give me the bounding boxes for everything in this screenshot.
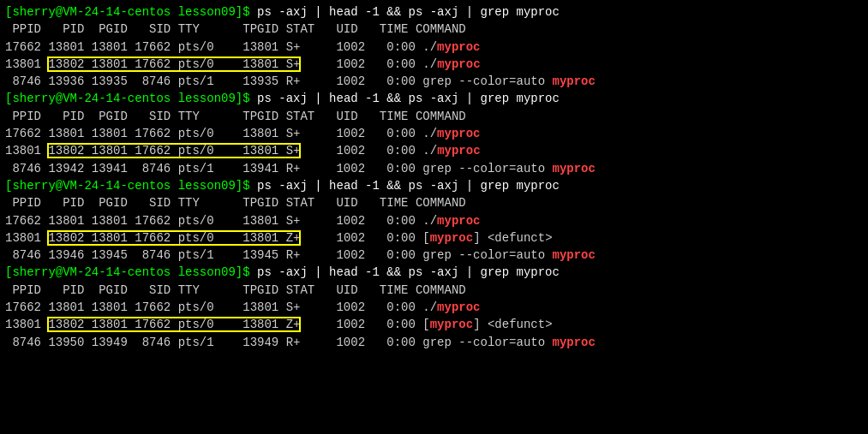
data-row-1c: 8746 13936 13935 8746 pts/1 13935 R+ 100… xyxy=(5,73,863,90)
prompt-text-1: [sherry@VM-24-14-centos lesson09]$ xyxy=(5,5,257,19)
header-row-3: PPID PID PGID SID TTY TPGID STAT UID TIM… xyxy=(5,194,863,211)
data-row-3a: 17662 13801 13801 17662 pts/0 13801 S+ 1… xyxy=(5,212,863,229)
highlight-box-2b: 13802 13801 17662 pts/0 13801 S+ xyxy=(48,144,300,158)
highlight-box-3b: 13802 13801 17662 pts/0 13801 Z+ xyxy=(48,231,300,245)
prompt-line-3: [sherry@VM-24-14-centos lesson09]$ ps -a… xyxy=(5,177,863,194)
data-row-2b: 13801 13802 13801 17662 pts/0 13801 S+ 1… xyxy=(5,142,863,159)
myproc-label-4b: myproc xyxy=(430,318,473,331)
myproc-label-3b: myproc xyxy=(430,231,473,245)
data-row-4c: 8746 13950 13949 8746 pts/1 13949 R+ 100… xyxy=(5,334,863,351)
header-row-2: PPID PID PGID SID TTY TPGID STAT UID TIM… xyxy=(5,108,863,125)
myproc-label-2c: myproc xyxy=(553,162,596,175)
data-row-1a: 17662 13801 13801 17662 pts/0 13801 S+ 1… xyxy=(5,39,863,56)
data-row-4a: 17662 13801 13801 17662 pts/0 13801 S+ 1… xyxy=(5,299,863,316)
data-row-3b: 13801 13802 13801 17662 pts/0 13801 Z+ 1… xyxy=(5,229,863,247)
header-row-4: PPID PID PGID SID TTY TPGID STAT UID TIM… xyxy=(5,282,863,299)
cmd-text-1: ps -axj | head -1 && ps -axj | grep mypr… xyxy=(257,5,560,19)
data-row-3c: 8746 13946 13945 8746 pts/1 13945 R+ 100… xyxy=(5,247,863,264)
myproc-label-1a: myproc xyxy=(437,40,480,54)
data-row-1b: 13801 13802 13801 17662 pts/0 13801 S+ 1… xyxy=(5,56,863,73)
myproc-label-1c: myproc xyxy=(553,74,596,88)
myproc-label-3a: myproc xyxy=(437,214,480,228)
highlight-box-1b: 13802 13801 17662 pts/0 13801 S+ xyxy=(48,57,300,71)
prompt-line-2: [sherry@VM-24-14-centos lesson09]$ ps -a… xyxy=(5,90,863,107)
prompt-line-4: [sherry@VM-24-14-centos lesson09]$ ps -a… xyxy=(5,264,863,281)
myproc-label-2b: myproc xyxy=(437,144,480,158)
myproc-label-1b: myproc xyxy=(437,57,480,71)
cmd-text-2: ps -axj | head -1 && ps -axj | grep mypr… xyxy=(257,92,560,105)
prompt-line-1: [sherry@VM-24-14-centos lesson09]$ ps -a… xyxy=(5,3,863,21)
data-row-2c: 8746 13942 13941 8746 pts/1 13941 R+ 100… xyxy=(5,160,863,177)
myproc-label-3c: myproc xyxy=(553,248,596,262)
myproc-label-2a: myproc xyxy=(437,127,480,140)
prompt-text-4: [sherry@VM-24-14-centos lesson09]$ xyxy=(5,265,257,279)
terminal: [sherry@VM-24-14-centos lesson09]$ ps -a… xyxy=(5,3,863,351)
prompt-text-2: [sherry@VM-24-14-centos lesson09]$ xyxy=(5,92,257,105)
data-row-4b: 13801 13802 13801 17662 pts/0 13801 Z+ 1… xyxy=(5,316,863,333)
header-row-1: PPID PID PGID SID TTY TPGID STAT UID TIM… xyxy=(5,21,863,38)
cmd-text-4: ps -axj | head -1 && ps -axj | grep mypr… xyxy=(257,265,560,279)
highlight-box-4b: 13802 13801 17662 pts/0 13801 Z+ xyxy=(48,318,300,331)
data-row-2a: 17662 13801 13801 17662 pts/0 13801 S+ 1… xyxy=(5,125,863,142)
myproc-label-4c: myproc xyxy=(553,336,596,349)
cmd-text-3: ps -axj | head -1 && ps -axj | grep mypr… xyxy=(257,179,560,193)
myproc-label-4a: myproc xyxy=(437,300,480,314)
prompt-text-3: [sherry@VM-24-14-centos lesson09]$ xyxy=(5,179,257,193)
